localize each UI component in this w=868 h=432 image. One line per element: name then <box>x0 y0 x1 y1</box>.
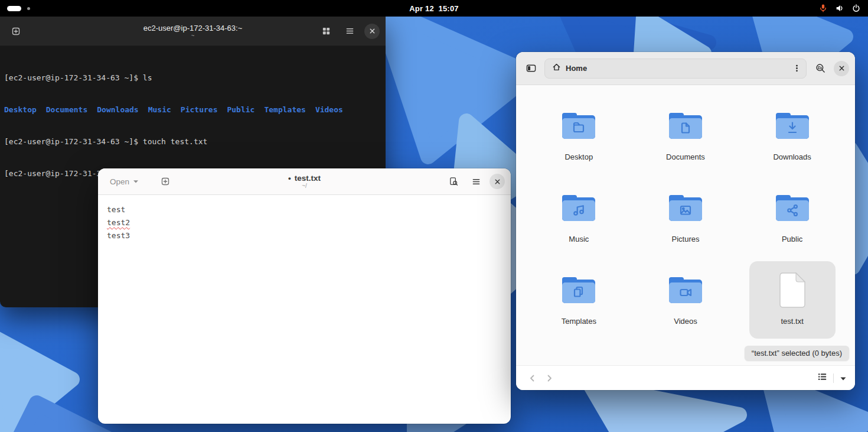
files-item-label: Videos <box>674 317 697 326</box>
files-item-label: Templates <box>562 317 596 326</box>
divider <box>833 373 834 383</box>
files-item-label: Downloads <box>773 152 811 161</box>
folder-icon <box>667 189 704 228</box>
back-button[interactable] <box>524 370 541 386</box>
files-item-desktop[interactable]: Desktop <box>536 97 622 174</box>
sidebar-toggle-button[interactable] <box>522 60 540 77</box>
terminal-line: [ec2-user@ip-172-31-34-63 ~]$ touch test… <box>4 137 381 147</box>
files-item-templates[interactable]: Templates <box>536 261 622 339</box>
editor-line: test2 <box>107 216 511 229</box>
selection-status: “test.txt” selected (0 bytes) <box>745 346 849 360</box>
close-button[interactable] <box>490 174 505 189</box>
text-editor-window: Open • test.txt ~/ <box>98 168 511 424</box>
files-titlebar[interactable]: Home <box>516 52 855 85</box>
forward-button[interactable] <box>541 370 557 386</box>
chevron-down-icon <box>133 180 139 184</box>
microphone-icon <box>818 4 828 13</box>
forward-icon <box>544 373 554 383</box>
folder-icon <box>774 189 811 228</box>
text-file-icon <box>777 271 808 310</box>
folder-icon <box>560 271 598 310</box>
terminal-line-directories: DesktopDocumentsDownloadsMusicPicturesPu… <box>4 105 381 115</box>
misspelled-word: test2 <box>107 218 130 227</box>
location-bar[interactable]: Home <box>544 59 807 79</box>
menu-button[interactable] <box>341 22 358 40</box>
list-view-icon <box>817 372 827 382</box>
files-footer <box>516 365 855 390</box>
system-status-area[interactable] <box>818 4 861 13</box>
files-item-music[interactable]: Music <box>536 179 622 256</box>
files-item-videos[interactable]: Videos <box>642 261 729 339</box>
speaker-icon <box>835 4 844 13</box>
power-icon <box>851 4 861 13</box>
files-item-label: Documents <box>666 152 705 161</box>
location-menu-button[interactable] <box>788 60 805 77</box>
workspace-indicator-inactive[interactable] <box>27 7 30 10</box>
unsaved-dot: • <box>288 174 291 183</box>
editor-title: test.txt <box>295 174 321 183</box>
new-tab-button[interactable] <box>7 22 25 40</box>
folder-icon <box>560 106 598 145</box>
document-search-button[interactable] <box>445 173 462 190</box>
editor-line: test <box>107 203 511 216</box>
files-item-label: Desktop <box>564 152 593 161</box>
clock[interactable]: Apr 12 15:07 <box>409 4 459 13</box>
view-options-button[interactable] <box>840 373 847 384</box>
close-button[interactable] <box>364 24 380 39</box>
editor-titlebar[interactable]: Open • test.txt ~/ <box>98 168 511 195</box>
search-button[interactable] <box>811 60 829 77</box>
files-window: Home <box>516 52 855 390</box>
files-item-pictures[interactable]: Pictures <box>642 179 729 256</box>
folder-icon <box>774 106 811 145</box>
workspace-indicator-active[interactable] <box>7 6 21 11</box>
kebab-menu-icon <box>792 64 801 73</box>
files-item-test-txt[interactable]: test.txt <box>749 261 836 339</box>
open-button[interactable]: Open <box>105 174 143 190</box>
open-button-label: Open <box>110 177 129 186</box>
editor-title-block: • test.txt ~/ <box>288 174 321 190</box>
files-item-label: Music <box>569 235 589 243</box>
files-item-label: test.txt <box>781 317 804 326</box>
search-icon <box>815 63 825 73</box>
back-icon <box>528 373 537 383</box>
top-bar: Apr 12 15:07 <box>0 0 868 17</box>
terminal-line: [ec2-user@ip-172-31-34-63 ~]$ ls <box>4 73 381 83</box>
editor-subtitle: ~/ <box>288 183 321 190</box>
tab-grid-button[interactable] <box>317 22 335 40</box>
home-icon <box>552 63 561 74</box>
menu-button[interactable] <box>467 173 485 190</box>
editor-line: test3 <box>107 229 511 242</box>
folder-icon <box>560 189 598 228</box>
list-view-button[interactable] <box>817 372 827 384</box>
files-item-label: Pictures <box>672 235 700 243</box>
terminal-titlebar[interactable]: ec2-user@ip-172-31-34-63:~ ~ <box>0 17 386 46</box>
folder-icon <box>667 271 704 310</box>
folder-icon <box>667 106 704 145</box>
editor-text-area[interactable]: test test2 test3 <box>98 195 511 242</box>
terminal-title: ec2-user@ip-172-31-34-63:~ <box>143 23 242 32</box>
terminal-title-block: ec2-user@ip-172-31-34-63:~ ~ <box>143 23 242 39</box>
files-item-downloads[interactable]: Downloads <box>749 97 836 174</box>
close-button[interactable] <box>834 61 849 76</box>
location-label: Home <box>566 64 784 73</box>
files-grid: Desktop Documents <box>526 97 846 339</box>
files-item-documents[interactable]: Documents <box>642 97 729 174</box>
new-tab-button[interactable] <box>156 173 174 190</box>
files-item-label: Public <box>782 235 802 243</box>
chevron-down-icon <box>840 376 847 381</box>
terminal-subtitle: ~ <box>143 32 242 39</box>
files-item-public[interactable]: Public <box>749 179 836 256</box>
